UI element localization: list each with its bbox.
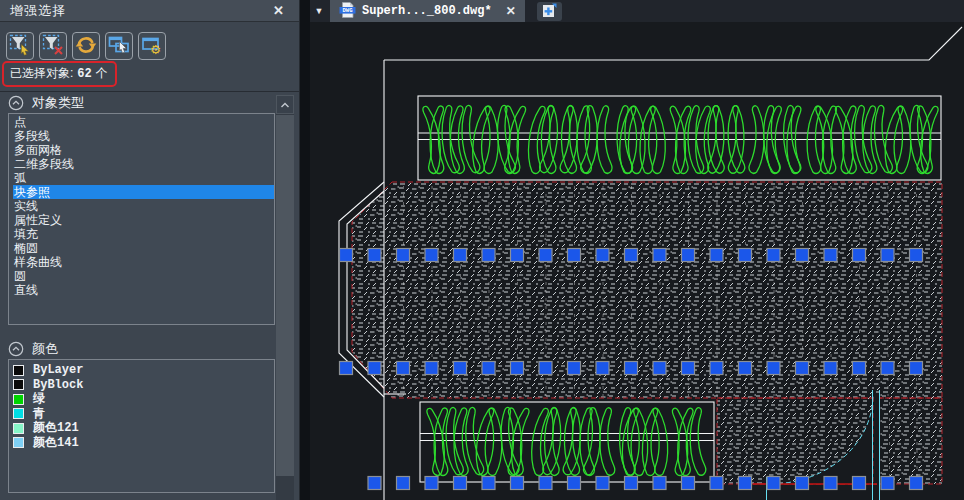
grip-handle[interactable] xyxy=(454,362,467,375)
grip-handle[interactable] xyxy=(425,249,438,262)
grip-handle[interactable] xyxy=(739,477,752,490)
grip-handle[interactable] xyxy=(625,249,638,262)
color-item[interactable]: 颜色141 xyxy=(13,436,274,450)
grip-handle[interactable] xyxy=(425,477,438,490)
grip-handle[interactable] xyxy=(824,362,837,375)
grip-handle[interactable] xyxy=(511,249,524,262)
grip-handle[interactable] xyxy=(881,362,894,375)
grip-handle[interactable] xyxy=(511,362,524,375)
object-type-item[interactable]: 点 xyxy=(13,115,275,129)
grip-handle[interactable] xyxy=(625,477,638,490)
grip-handle[interactable] xyxy=(682,362,695,375)
grip-handle[interactable] xyxy=(881,477,894,490)
color-item[interactable]: 颜色121 xyxy=(13,421,274,435)
grip-handle[interactable] xyxy=(511,477,524,490)
grip-handle[interactable] xyxy=(340,362,353,375)
grip-handle[interactable] xyxy=(710,249,723,262)
object-type-item[interactable]: 圆 xyxy=(13,269,275,283)
grip-handle[interactable] xyxy=(596,362,609,375)
object-type-item[interactable]: 属性定义 xyxy=(13,213,275,227)
grip-handle[interactable] xyxy=(653,362,666,375)
grip-handle[interactable] xyxy=(796,362,809,375)
object-type-item[interactable]: 样条曲线 xyxy=(13,255,275,269)
grip-handle[interactable] xyxy=(568,362,581,375)
invert-selection-button[interactable] xyxy=(72,32,100,60)
grip-handle[interactable] xyxy=(853,477,866,490)
color-item[interactable]: ByBlock xyxy=(13,378,274,392)
grip-handle[interactable] xyxy=(910,362,923,375)
filter-select-button[interactable] xyxy=(6,32,34,60)
grip-handle[interactable] xyxy=(796,477,809,490)
object-type-item[interactable]: 多面网格 xyxy=(13,143,275,157)
grip-handle[interactable] xyxy=(682,249,695,262)
grip-handle[interactable] xyxy=(853,249,866,262)
grip-handle[interactable] xyxy=(454,249,467,262)
grip-handle[interactable] xyxy=(824,477,837,490)
color-item[interactable]: ByLayer xyxy=(13,363,274,377)
object-type-item[interactable]: 块参照 xyxy=(13,185,275,199)
grip-handle[interactable] xyxy=(881,249,894,262)
grip-handle[interactable] xyxy=(340,249,353,262)
object-type-item[interactable]: 实线 xyxy=(13,199,275,213)
object-type-item[interactable]: 二维多段线 xyxy=(13,157,275,171)
grip-handle[interactable] xyxy=(767,362,780,375)
grip-handle[interactable] xyxy=(796,249,809,262)
grip-handle[interactable] xyxy=(910,477,923,490)
collapse-section-icon[interactable] xyxy=(8,341,24,357)
grip-handle[interactable] xyxy=(482,249,495,262)
scrollbar-thumb[interactable] xyxy=(276,115,294,476)
grip-handle[interactable] xyxy=(539,362,552,375)
panel-scrollbar[interactable] xyxy=(276,95,294,500)
grip-handle[interactable] xyxy=(568,477,581,490)
color-item[interactable]: 青 xyxy=(13,407,274,421)
grip-handle[interactable] xyxy=(596,249,609,262)
drawing-tab[interactable]: DWG Superh..._800.dwg* ✕ xyxy=(330,0,525,22)
grip-handle[interactable] xyxy=(425,362,438,375)
close-icon[interactable]: ✕ xyxy=(269,3,289,18)
color-item[interactable]: 绿 xyxy=(13,392,274,406)
grip-handle[interactable] xyxy=(539,477,552,490)
window-select-button[interactable] xyxy=(105,32,133,60)
grip-handle[interactable] xyxy=(739,249,752,262)
grip-handle[interactable] xyxy=(853,362,866,375)
grip-handle[interactable] xyxy=(596,477,609,490)
grip-handle[interactable] xyxy=(539,249,552,262)
grip-handle[interactable] xyxy=(568,249,581,262)
object-type-item[interactable]: 椭圆 xyxy=(13,241,275,255)
grip-handle[interactable] xyxy=(368,249,381,262)
grip-handle[interactable] xyxy=(368,477,381,490)
panel-splitter[interactable] xyxy=(300,0,310,500)
grip-handle[interactable] xyxy=(454,477,467,490)
grip-handle[interactable] xyxy=(368,362,381,375)
panel-titlebar[interactable]: 增强选择 ✕ xyxy=(0,0,299,22)
grip-handle[interactable] xyxy=(397,249,410,262)
grip-handle[interactable] xyxy=(482,477,495,490)
object-type-section-header[interactable]: 对象类型 xyxy=(0,92,299,113)
object-type-item[interactable]: 多段线 xyxy=(13,129,275,143)
drawing-canvas[interactable] xyxy=(310,22,964,500)
object-type-item[interactable]: 直线 xyxy=(13,283,275,297)
grip-handle[interactable] xyxy=(397,362,410,375)
grip-handle[interactable] xyxy=(767,249,780,262)
drawing-viewport[interactable] xyxy=(310,22,964,500)
grip-handle[interactable] xyxy=(767,477,780,490)
collapse-section-icon[interactable] xyxy=(8,95,24,111)
grip-handle[interactable] xyxy=(710,477,723,490)
new-drawing-button[interactable] xyxy=(537,2,562,21)
grip-handle[interactable] xyxy=(682,477,695,490)
scroll-up-icon[interactable] xyxy=(276,95,294,114)
object-type-item[interactable]: 弧 xyxy=(13,171,275,185)
selection-settings-button[interactable]: ⚙ xyxy=(138,32,166,60)
grip-handle[interactable] xyxy=(653,477,666,490)
object-type-item[interactable]: 填充 xyxy=(13,227,275,241)
grip-handle[interactable] xyxy=(482,362,495,375)
color-section-header[interactable]: 颜色 xyxy=(0,338,299,359)
grip-handle[interactable] xyxy=(625,362,638,375)
grip-handle[interactable] xyxy=(397,477,410,490)
grip-handle[interactable] xyxy=(710,362,723,375)
tab-close-icon[interactable]: ✕ xyxy=(506,4,516,18)
grip-handle[interactable] xyxy=(653,249,666,262)
grip-handle[interactable] xyxy=(910,249,923,262)
grip-handle[interactable] xyxy=(739,362,752,375)
tab-list-dropdown-icon[interactable]: ▼ xyxy=(310,0,328,22)
